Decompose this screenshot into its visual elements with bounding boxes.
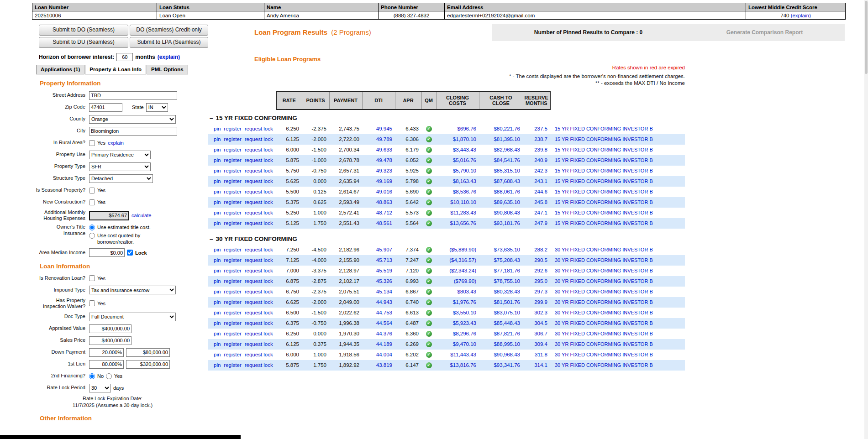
city-input[interactable] [89,127,177,136]
dti-link[interactable]: 48.863 [376,199,392,205]
do-credit-only-button[interactable]: DO (Seamless) Credit-only [130,25,208,36]
register-link[interactable]: register [224,136,241,142]
closing-costs-link[interactable]: $8,163.43 [453,178,476,184]
request-lock-link[interactable]: request lock [245,178,273,184]
reserve-months-link[interactable]: 288.2 [534,247,547,252]
cash-to-close-link[interactable]: $93,181.76 [494,220,520,226]
tab-property-loan-info[interactable]: Property & Loan Info [85,65,146,74]
cash-to-close-link[interactable]: $83,075.10 [494,310,520,315]
closing-costs-link[interactable]: $8,296.76 [453,331,476,336]
reserve-months-link[interactable]: 299.9 [534,299,547,305]
down-payment-amount-input[interactable] [126,348,170,357]
closing-costs-link[interactable]: $5,923.43 [453,320,476,326]
pin-link[interactable]: pin [214,257,221,263]
submit-to-lpa-button[interactable]: Submit to LPA (Seamless) [130,37,208,48]
register-link[interactable]: register [224,289,241,294]
inspection-waiver-checkbox[interactable] [89,300,95,306]
ami-lock-checkbox[interactable] [127,250,133,256]
pin-link[interactable]: pin [214,352,221,357]
request-lock-link[interactable]: request lock [245,147,273,152]
program-name-link[interactable]: 15 YR FIXED CONFORMING INVESTOR B [555,178,653,184]
first-lien-amount-input[interactable] [126,360,170,369]
request-lock-link[interactable]: request lock [245,278,273,284]
reserve-months-link[interactable]: 290.5 [534,257,547,263]
register-link[interactable]: register [224,247,241,252]
program-name-link[interactable]: 30 YR FIXED CONFORMING INVESTOR B [555,247,653,252]
reserve-months-link[interactable]: 304.5 [534,320,547,326]
closing-costs-link[interactable]: $696.76 [457,126,476,131]
register-link[interactable]: register [224,341,241,347]
horizon-input[interactable] [116,53,133,61]
cash-to-close-link[interactable]: $90,968.43 [494,352,520,357]
request-lock-link[interactable]: request lock [245,310,273,315]
program-name-link[interactable]: 15 YR FIXED CONFORMING INVESTOR B [555,157,653,163]
reserve-months-link[interactable]: 247.1 [534,210,547,215]
dti-link[interactable]: 44.943 [376,299,392,305]
scrollbar-thumb[interactable] [865,1,868,74]
register-link[interactable]: register [224,220,241,226]
reserve-months-link[interactable]: 245.8 [534,199,547,205]
cash-to-close-link[interactable]: $89,635.10 [494,199,520,205]
request-lock-link[interactable]: request lock [245,331,273,336]
register-link[interactable]: register [224,268,241,273]
dti-link[interactable]: 49.016 [376,189,392,194]
reserve-months-link[interactable]: 295.0 [534,278,547,284]
cash-to-close-link[interactable]: $88,995.10 [494,341,520,347]
dti-link[interactable]: 49.169 [376,178,392,184]
reserve-months-link[interactable]: 242.3 [534,168,547,173]
cash-to-close-link[interactable]: $73,635.10 [494,247,520,252]
request-lock-link[interactable]: request lock [245,247,273,252]
dti-link[interactable]: 49.633 [376,147,392,152]
request-lock-link[interactable]: request lock [245,220,273,226]
seasonal-property-checkbox[interactable] [89,188,95,193]
dti-link[interactable]: 44.004 [376,352,392,357]
renovation-loan-checkbox[interactable] [89,275,95,281]
program-name-link[interactable]: 30 YR FIXED CONFORMING INVESTOR B [555,278,653,284]
cash-to-close-link[interactable]: $82,968.43 [494,147,520,152]
rural-area-checkbox[interactable] [89,140,95,146]
register-link[interactable]: register [224,178,241,184]
request-lock-link[interactable]: request lock [245,362,273,368]
register-link[interactable]: register [224,331,241,336]
reserve-months-link[interactable]: 239.8 [534,147,547,152]
reserve-months-link[interactable]: 238.7 [534,136,547,142]
cash-to-close-link[interactable]: $80,328.43 [494,289,520,294]
dti-link[interactable]: 48.561 [376,220,392,226]
dti-link[interactable]: 43.819 [376,362,392,368]
group-collapse-toggle[interactable]: – [210,235,213,242]
reserve-months-link[interactable]: 311.8 [535,352,547,357]
request-lock-link[interactable]: request lock [245,289,273,294]
request-lock-link[interactable]: request lock [245,210,273,215]
closing-costs-link[interactable]: ($769.90) [454,278,476,284]
program-name-link[interactable]: 15 YR FIXED CONFORMING INVESTOR B [555,220,653,226]
program-name-link[interactable]: 15 YR FIXED CONFORMING INVESTOR B [555,210,653,215]
appraised-value-input[interactable] [89,324,132,333]
reserve-months-link[interactable]: 244.6 [534,189,547,194]
request-lock-link[interactable]: request lock [245,352,273,357]
county-select[interactable]: Orange [89,115,176,124]
pin-link[interactable]: pin [214,331,221,336]
pin-link[interactable]: pin [214,299,221,305]
pin-link[interactable]: pin [214,147,221,152]
request-lock-link[interactable]: request lock [245,341,273,347]
tab-applications[interactable]: Applications (1) [36,65,84,74]
cash-to-close-link[interactable]: $90,808.43 [494,210,520,215]
pin-link[interactable]: pin [214,178,221,184]
rural-area-explain-link[interactable]: explain [108,140,124,146]
request-lock-link[interactable]: request lock [245,299,273,305]
dti-link[interactable]: 48.712 [376,210,392,215]
register-link[interactable]: register [224,157,241,163]
pin-link[interactable]: pin [214,362,221,368]
request-lock-link[interactable]: request lock [245,199,273,205]
program-name-link[interactable]: 30 YR FIXED CONFORMING INVESTOR B [555,320,653,326]
cash-to-close-link[interactable]: $78,755.10 [494,278,520,284]
request-lock-link[interactable]: request lock [245,136,273,142]
cash-to-close-link[interactable]: $84,541.76 [494,157,520,163]
cash-to-close-link[interactable]: $81,395.10 [494,136,520,142]
program-name-link[interactable]: 30 YR FIXED CONFORMING INVESTOR B [555,352,653,357]
cash-to-close-link[interactable]: $87,688.43 [494,178,520,184]
reserve-months-link[interactable]: 237.5 [534,126,547,131]
dti-link[interactable]: 49.323 [376,168,392,173]
register-link[interactable]: register [224,126,241,131]
dti-link[interactable]: 44.376 [376,331,392,336]
